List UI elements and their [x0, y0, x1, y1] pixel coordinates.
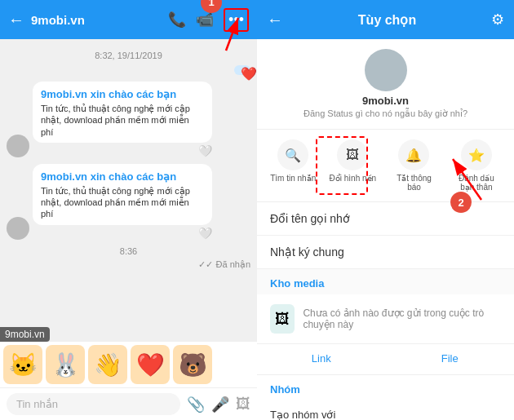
left-bubble-2: 9mobi.vn xin chào các bạn Tin tức, thủ t… [33, 164, 212, 225]
settings-icon[interactable]: ⚙ [491, 11, 504, 29]
profile-status: Đăng Status gì cho nó ngẫu bây giờ nhỉ? [304, 108, 467, 119]
profile-name: 9mobi.vn [362, 95, 409, 107]
wallpaper-icon: 🖼 [337, 139, 368, 170]
left-bubble-1: 9mobi.vn xin chào các bạn Tin tức, thủ t… [33, 82, 212, 143]
like-icon-1[interactable]: 🤍 [198, 144, 212, 157]
star-icon: ⭐ [461, 139, 492, 170]
message-body-2: Tin tức, thủ thuật công nghệ mới cập nhậ… [41, 185, 204, 220]
right-header: ← Tùy chọn ⚙ [257, 0, 514, 39]
contact-name: 9mobi.vn [31, 13, 162, 27]
message-right: ❤️ [7, 65, 250, 75]
phone-icon[interactable]: 📞 [168, 11, 186, 29]
wallpaper-label: Đổi hình nền [330, 174, 377, 183]
message-input[interactable]: Tin nhắn [7, 393, 180, 415]
watermark: 9mobi.vn [0, 327, 50, 342]
avatar-2 [7, 217, 29, 240]
create-group-item[interactable]: Tạo nhóm với [257, 400, 514, 420]
left-message-1: 9mobi.vn xin chào các bạn Tin tức, thủ t… [7, 82, 250, 157]
mute-notification-button[interactable]: 🔔 Tắt thông báo [389, 139, 438, 192]
link-tab[interactable]: Link [257, 344, 386, 374]
sticker-2[interactable]: 🐰 [46, 345, 85, 384]
bell-icon: 🔔 [398, 139, 429, 170]
like-icon-2[interactable]: 🤍 [198, 227, 212, 240]
find-label: Tìm tin nhắn [270, 174, 316, 183]
shared-diary-menu-item[interactable]: Nhật ký chung [257, 236, 514, 269]
kho-media-header: Kho media [257, 269, 514, 294]
left-message-2: 9mobi.vn xin chào các bạn Tin tức, thủ t… [7, 164, 250, 240]
chat-messages[interactable]: 8:32, 19/11/2019 ❤️ 9mobi.vn xin chào cá… [0, 39, 257, 341]
step-1-badge: 1 [201, 0, 222, 13]
attach-icon[interactable]: 📎 [187, 396, 205, 413]
right-content: 9mobi.vn Đăng Status gì cho nó ngẫu bây … [257, 39, 514, 420]
sticker-1[interactable]: 🐱 [3, 345, 42, 384]
message-body-1: Tin tức, thủ thuật công nghệ mới cập nhậ… [41, 103, 204, 138]
mark-best-friend-button[interactable]: ⭐ Đánh dấu bạn thân [452, 139, 501, 192]
date-stamp: 8:32, 19/11/2019 [7, 51, 250, 60]
media-thumb-icon: 🖼 [270, 304, 295, 334]
image-icon[interactable]: 🖼 [236, 396, 250, 413]
nhom-section-header: Nhóm [257, 375, 514, 400]
heart-icon: ❤️ [241, 66, 257, 82]
mute-label: Tắt thông báo [389, 174, 438, 192]
change-wallpaper-button[interactable]: 🖼 Đổi hình nền [330, 139, 377, 192]
file-tab[interactable]: File [386, 344, 515, 374]
find-message-button[interactable]: 🔍 Tìm tin nhắn [270, 139, 316, 192]
profile-avatar [365, 49, 407, 91]
rename-menu-item[interactable]: Đổi tên gọi nhớ [257, 202, 514, 236]
step-2-badge: 2 [450, 192, 472, 213]
avatar-1 [7, 135, 29, 157]
input-bar: Tin nhắn 📎 🎤 🖼 [0, 387, 257, 420]
profile-section: 9mobi.vn Đăng Status gì cho nó ngẫu bây … [257, 39, 514, 130]
mic-icon[interactable]: 🎤 [211, 396, 229, 413]
sticker-row: 🐱 🐰 👋 ❤️ 🐻 [0, 341, 257, 387]
header-icons: 📞 📹 ••• 1 [168, 8, 249, 32]
more-options-label: ••• [228, 11, 244, 28]
right-panel-title: Tùy chọn [358, 12, 416, 28]
bubble-heart-container: ❤️ [234, 65, 250, 75]
link-2[interactable]: 9mobi.vn xin chào các bạn [41, 170, 176, 183]
left-header: ← 9mobi.vn 📞 📹 ••• 1 [0, 0, 257, 39]
right-back-button[interactable]: ← [267, 11, 283, 29]
right-panel: ← Tùy chọn ⚙ 9mobi.vn Đăng Status gì cho… [257, 0, 514, 420]
like-container-2: 🤍 [33, 227, 212, 240]
time-stamp: 8:36 [7, 246, 250, 256]
video-icon[interactable]: 📹 [196, 11, 214, 29]
more-options-button[interactable]: ••• 1 [224, 8, 249, 32]
sticker-4[interactable]: ❤️ [131, 345, 170, 384]
media-empty-text: Chưa có ảnh nào được gửi trong cuộc trò … [303, 307, 501, 330]
action-buttons: 🔍 Tìm tin nhắn 🖼 Đổi hình nền 🔔 Tắt thôn… [257, 130, 514, 202]
sticker-3[interactable]: 👋 [88, 345, 127, 384]
media-empty-section: 🖼 Chưa có ảnh nào được gửi trong cuộc tr… [257, 294, 514, 344]
like-container-1: 🤍 [33, 144, 212, 157]
find-icon: 🔍 [277, 139, 308, 170]
best-friend-label: Đánh dấu bạn thân [452, 174, 501, 192]
sticker-5[interactable]: 🐻 [173, 345, 212, 384]
left-panel: ← 9mobi.vn 📞 📹 ••• 1 8:32, 19/11/2019 [0, 0, 257, 420]
received-stamp: ✓✓ Đã nhận [7, 259, 250, 270]
media-tabs: Link File [257, 344, 514, 375]
link-1[interactable]: 9mobi.vn xin chào các bạn [41, 88, 176, 100]
back-button[interactable]: ← [8, 11, 24, 29]
